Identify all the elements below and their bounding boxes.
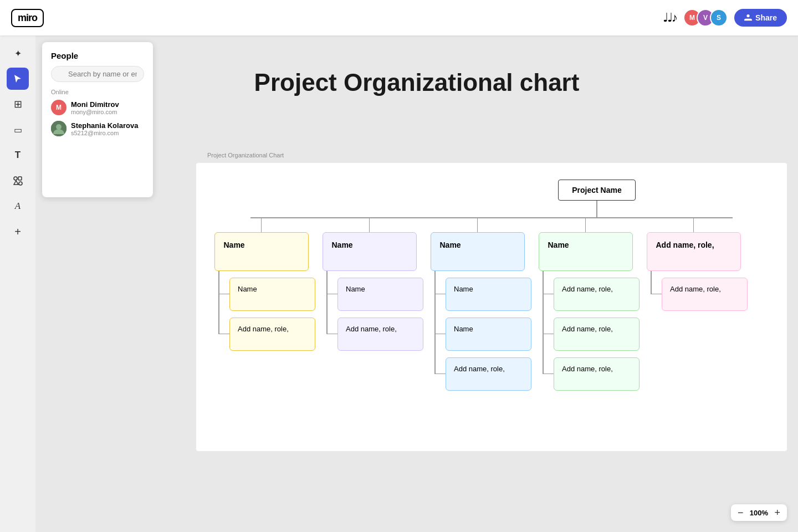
header: miro ♩♩♪ M V S Share (0, 0, 798, 35)
search-wrap: 🔍 (51, 66, 144, 82)
v-connector (434, 271, 436, 374)
col1-top-node[interactable]: Name (214, 232, 309, 271)
child-node[interactable]: Add name, role, (446, 357, 531, 391)
svg-point-0 (14, 177, 17, 180)
search-input[interactable] (51, 66, 144, 82)
header-right: ♩♩♪ M V S Share (663, 9, 787, 27)
root-connector (596, 201, 597, 217)
col2-connector (369, 218, 370, 232)
zoom-out-button[interactable]: − (738, 508, 744, 518)
ai-tool-button[interactable]: ✦ (7, 42, 29, 64)
col4-top-node[interactable]: Name (539, 232, 633, 271)
v-connector (651, 271, 652, 294)
h-connector (218, 334, 229, 335)
share-button[interactable]: Share (734, 9, 787, 27)
child-item: Name (434, 318, 531, 351)
person-email: s5212@miro.com (71, 130, 138, 136)
h-connector (326, 334, 337, 335)
child-item: Add name, role, (218, 318, 315, 351)
people-panel-title: People (51, 51, 144, 60)
col3-children: Name Name Add name, role, (434, 271, 531, 391)
breadcrumb: Project Organizational Chart (207, 152, 284, 158)
logo[interactable]: miro (11, 9, 44, 27)
zoom-in-button[interactable]: + (774, 508, 780, 518)
h-connector (543, 374, 554, 375)
child-node[interactable]: Add name, role, (554, 357, 640, 391)
child-item: Name (434, 278, 531, 311)
child-node[interactable]: Name (446, 278, 531, 311)
text-tool-button[interactable]: T (7, 144, 29, 166)
select-tool-button[interactable] (7, 68, 29, 90)
child-item: Add name, role, (651, 278, 748, 311)
col4-connector (585, 218, 586, 232)
child-node[interactable]: Add name, role, (662, 278, 748, 311)
h-connector (543, 294, 554, 295)
h-connector (434, 334, 446, 335)
share-icon (744, 14, 752, 22)
child-item: Add name, role, (543, 278, 640, 311)
shapes-tool-button[interactable] (7, 170, 29, 192)
child-node[interactable]: Add name, role, (554, 278, 640, 311)
avatar: M (51, 100, 66, 115)
child-node[interactable]: Name (337, 278, 423, 311)
zoom-controls: − 100% + (731, 504, 787, 521)
h-connector (326, 294, 337, 295)
col4-children: Add name, role, Add name, role, Add name… (543, 271, 640, 391)
v-connector (218, 271, 219, 334)
col3-connector (477, 218, 478, 232)
v-connector (543, 271, 544, 374)
font-tool-button[interactable]: A (7, 195, 29, 217)
person-name: Moni Dimitrov (71, 100, 119, 109)
avatars: M V S (683, 9, 728, 27)
col5-children: Add name, role, (651, 271, 748, 311)
child-item: Add name, role, (543, 357, 640, 391)
col1-children: Name Add name, role, (218, 271, 315, 351)
col-2: Name Name Add name, role, (315, 218, 423, 351)
avatar: S (710, 9, 728, 27)
col3-top-node[interactable]: Name (431, 232, 525, 271)
toolbar: ✦ ⊞ ▭ T A + (0, 35, 35, 532)
table-tool-button[interactable]: ⊞ (7, 93, 29, 115)
org-chart: Project Name Name N (196, 163, 787, 451)
col1-connector (261, 218, 262, 232)
person-item: M Moni Dimitrov mony@miro.com (51, 100, 144, 115)
people-panel: People 🔍 Online M Moni Dimitrov mony@mir… (42, 42, 153, 197)
root-container: Project Name (418, 180, 776, 217)
child-node[interactable]: Name (446, 318, 531, 351)
child-item: Name (218, 278, 315, 311)
child-item: Add name, role, (543, 318, 640, 351)
col5-top-node[interactable]: Add name, role, (647, 232, 741, 271)
add-tool-button[interactable]: + (7, 221, 29, 243)
h-connector (543, 334, 554, 335)
person-item: Stephania Kolarova s5212@miro.com (51, 121, 144, 136)
col-1: Name Name Add name, role, (207, 218, 315, 351)
online-label: Online (51, 89, 144, 95)
h-connector (434, 294, 446, 295)
sticky-note-tool-button[interactable]: ▭ (7, 119, 29, 141)
child-node[interactable]: Name (229, 278, 315, 311)
child-node[interactable]: Add name, role, (554, 318, 640, 351)
v-connector (326, 271, 328, 334)
h-connector (651, 294, 662, 295)
svg-point-4 (56, 124, 62, 130)
avatar (51, 121, 66, 136)
person-info: Moni Dimitrov mony@miro.com (71, 100, 119, 115)
timer-icon[interactable]: ♩♩♪ (663, 11, 677, 25)
col-4: Name Add name, role, Add name, role, (531, 218, 640, 391)
child-item: Name (326, 278, 423, 311)
person-email: mony@miro.com (71, 109, 119, 115)
person-info: Stephania Kolarova s5212@miro.com (71, 121, 138, 136)
child-item: Add name, role, (326, 318, 423, 351)
child-node[interactable]: Add name, role, (229, 318, 315, 351)
col5-connector (693, 218, 694, 232)
h-connector (434, 374, 446, 375)
svg-point-2 (19, 182, 22, 185)
zoom-level: 100% (748, 509, 770, 517)
col2-children: Name Add name, role, (326, 271, 423, 351)
col-5: Add name, role, Add name, role, (640, 218, 748, 311)
h-connector (218, 294, 229, 295)
root-node[interactable]: Project Name (558, 180, 635, 201)
col2-top-node[interactable]: Name (323, 232, 417, 271)
columns-row: Name Name Add name, role, (207, 218, 776, 391)
child-node[interactable]: Add name, role, (337, 318, 423, 351)
